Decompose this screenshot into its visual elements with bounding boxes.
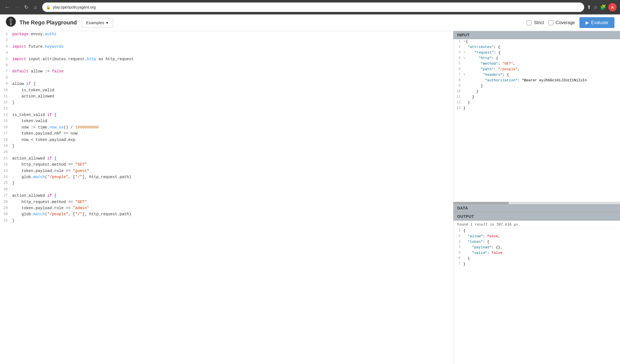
line-number: 6 <box>0 62 11 68</box>
code-line-17: 17 token.payload.nbf <= now <box>0 130 453 136</box>
line-number: 30 <box>0 211 11 217</box>
output-line: 6 } <box>453 256 620 262</box>
code-line-8: 8 <box>0 75 453 81</box>
code-line-2: 2 <box>0 37 453 43</box>
line-content: now := time.now_ns() / 1000000000 <box>11 124 453 130</box>
input-scrollbar-thumb[interactable] <box>453 202 509 204</box>
line-number: 24 <box>0 174 11 180</box>
forward-button[interactable]: → <box>13 3 21 11</box>
line-content <box>11 75 453 81</box>
share-button[interactable]: ⬆ <box>587 4 591 10</box>
json-line-number: 3 <box>453 240 463 244</box>
code-line-6: 6 <box>0 62 453 68</box>
line-number: 4 <box>0 50 11 56</box>
logo-icon <box>6 16 16 29</box>
play-icon: ▶ <box>586 20 589 25</box>
code-line-27: 27action_allowed if { <box>0 193 453 199</box>
code-line-15: 15 token.valid <box>0 118 453 124</box>
extensions-button[interactable]: 🧩 <box>600 4 606 10</box>
address-bar[interactable]: 🔒 <box>42 2 584 12</box>
input-panel-content[interactable]: 1▾{2 "attributes": {3▾ "request": {4▾ "h… <box>453 39 620 202</box>
code-line-7: 7default allow := false <box>0 68 453 74</box>
fold-icon[interactable]: ▾ <box>463 73 465 76</box>
line-number: 21 <box>0 155 11 161</box>
input-line: 4▾ "http": { <box>453 56 620 61</box>
line-content: is_token_valid <box>11 87 453 93</box>
header-controls: Strict Coverage ▶ Evaluate <box>527 17 614 28</box>
code-line-25: 25} <box>0 180 453 186</box>
json-line-content: "path": "/people", <box>463 67 620 71</box>
code-line-20: 20 <box>0 149 453 155</box>
browser-actions: ⬆ ☆ 🧩 A <box>587 3 617 11</box>
json-line-number: 7 <box>453 262 463 266</box>
json-line-content: "valid": false <box>463 251 620 255</box>
json-line-number: 1 <box>453 229 463 232</box>
line-content: default allow := false <box>11 68 453 74</box>
json-line-number: 8 <box>453 78 463 82</box>
coverage-checkbox[interactable] <box>548 20 553 25</box>
input-line: 8 "authorization": "Bearer eyJhbGci0iJIU… <box>453 78 620 84</box>
code-editor[interactable]: 1package envoy.authz2 3import future.key… <box>0 31 453 364</box>
url-input[interactable] <box>53 5 580 9</box>
json-line-number: 12 <box>453 100 463 104</box>
line-number: 3 <box>0 44 11 50</box>
svg-point-2 <box>10 23 12 25</box>
examples-dropdown[interactable]: Examples ▾ <box>81 18 113 28</box>
line-number: 17 <box>0 130 11 136</box>
line-content <box>11 62 453 68</box>
line-content: } <box>11 99 453 105</box>
coverage-toggle[interactable]: Coverage <box>548 20 575 25</box>
line-content: is_token_valid if { <box>11 112 453 118</box>
json-line-number: 2 <box>453 45 463 49</box>
json-line-content: } <box>463 100 620 105</box>
right-panel: INPUT 1▾{2 "attributes": {3▾ "request": … <box>453 31 620 364</box>
output-panel-content[interactable]: 1{2 "allow": false,3 "token": {4 "payloa… <box>453 228 620 364</box>
fold-icon[interactable]: ▾ <box>463 39 465 43</box>
line-content: token.payload.role == "admin" <box>11 205 453 211</box>
line-content: } <box>11 218 453 224</box>
input-scrollbar-track <box>453 202 620 204</box>
line-number: 5 <box>0 56 11 62</box>
code-line-1: 1package envoy.authz <box>0 31 453 37</box>
back-button[interactable]: ← <box>3 3 11 11</box>
json-line-content: "method": "GET", <box>463 62 620 66</box>
line-number: 14 <box>0 112 11 118</box>
line-content <box>11 186 453 193</box>
evaluate-button[interactable]: ▶ Evaluate <box>579 17 614 28</box>
fold-icon[interactable]: ▾ <box>463 56 465 60</box>
code-line-12: 12} <box>0 99 453 105</box>
line-number: 11 <box>0 93 11 99</box>
code-line-26: 26 <box>0 186 453 193</box>
json-line-content: "http": { <box>466 56 620 60</box>
input-line: 10 } <box>453 89 620 95</box>
strict-toggle[interactable]: Strict <box>527 20 544 25</box>
line-content <box>11 50 453 56</box>
input-line: 11 } <box>453 95 620 100</box>
code-line-13: 13 <box>0 106 453 112</box>
bookmark-button[interactable]: ☆ <box>593 4 598 10</box>
reload-button[interactable]: ↻ <box>22 3 30 11</box>
code-line-18: 18 now < token.payload.exp <box>0 137 453 143</box>
line-number: 8 <box>0 75 11 81</box>
line-number: 26 <box>0 186 11 193</box>
line-content <box>11 37 453 43</box>
code-line-22: 22 http_request.method == "GET" <box>0 161 453 168</box>
main-content: 1package envoy.authz2 3import future.key… <box>0 31 620 364</box>
code-line-11: 11 action_allowed <box>0 93 453 99</box>
home-button[interactable]: ⌂ <box>32 3 39 11</box>
line-number: 27 <box>0 193 11 199</box>
line-number: 20 <box>0 149 11 155</box>
json-line-content: "allow": false, <box>463 234 620 238</box>
code-line-21: 21action_allowed if { <box>0 155 453 161</box>
output-panel-header: OUTPUT <box>453 213 620 221</box>
fold-icon[interactable]: ▾ <box>463 50 465 54</box>
json-line-number: 5 <box>453 251 463 255</box>
json-line-number: 11 <box>453 95 463 99</box>
json-line-content: { <box>463 229 620 233</box>
json-line-number: 13 <box>453 106 463 110</box>
strict-checkbox[interactable] <box>527 20 532 25</box>
input-line: 12 } <box>453 100 620 106</box>
nav-buttons: ← → ↻ ⌂ <box>3 3 39 11</box>
line-number: 28 <box>0 199 11 205</box>
output-line: 2 "allow": false, <box>453 234 620 239</box>
